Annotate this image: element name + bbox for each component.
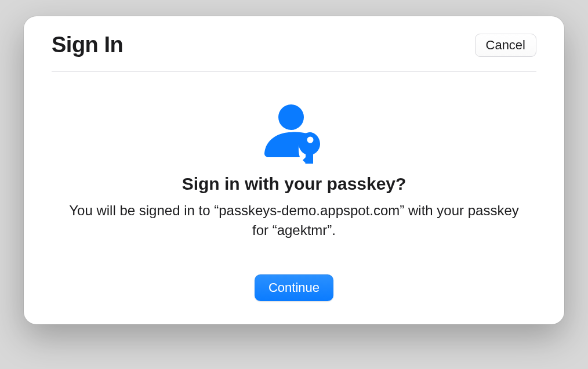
modal-footer: Continue bbox=[52, 240, 536, 301]
modal-backdrop: Sign In Cancel Sign bbox=[0, 0, 588, 369]
prompt-description: You will be signed in to “passkeys-demo.… bbox=[68, 201, 520, 240]
modal-body: Sign in with your passkey? You will be s… bbox=[52, 72, 536, 240]
signin-modal: Sign In Cancel Sign bbox=[24, 16, 564, 324]
svg-point-0 bbox=[278, 104, 304, 130]
svg-point-1 bbox=[307, 137, 314, 143]
prompt-title: Sign in with your passkey? bbox=[52, 174, 536, 194]
modal-header: Sign In Cancel bbox=[52, 32, 536, 72]
cancel-button[interactable]: Cancel bbox=[475, 34, 536, 57]
modal-title: Sign In bbox=[52, 32, 123, 57]
continue-button[interactable]: Continue bbox=[255, 274, 333, 301]
passkey-user-icon bbox=[52, 103, 536, 164]
